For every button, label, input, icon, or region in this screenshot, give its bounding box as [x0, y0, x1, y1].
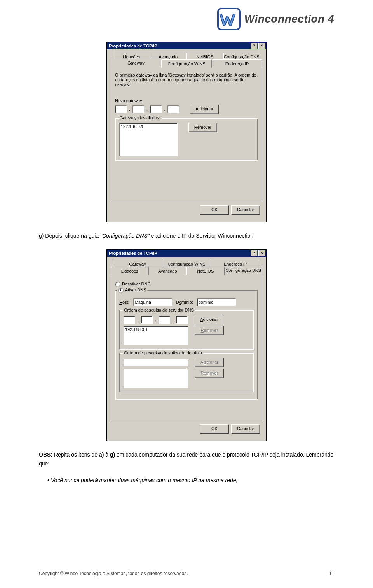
dns-remove-button: Remover	[195, 326, 224, 335]
brand-text: Winconnection 4	[244, 13, 334, 25]
paragraph-obs: OBS: Repita os itens de a) à g) em cada …	[39, 450, 334, 468]
ok-button[interactable]: OK	[200, 205, 229, 215]
host-label: Host:	[119, 300, 129, 304]
ip-octet-1[interactable]	[115, 105, 127, 113]
paragraph-g: g) Depois, clique na guia "Configuração …	[39, 231, 334, 240]
cancel-button[interactable]: Cancelar	[231, 424, 260, 434]
ok-button[interactable]: OK	[200, 424, 229, 434]
bullet-item: Você nunca poderá manter duas máquinas c…	[54, 477, 334, 483]
cancel-button[interactable]: Cancelar	[231, 205, 260, 215]
winconnection-logo-icon	[217, 8, 241, 30]
suffix-add-button: Adicionar	[195, 358, 224, 367]
dialog-tcpip-dns: Propriedades de TCP/IP ? × Gateway Confi…	[106, 249, 267, 441]
tab-config-dns[interactable]: Configuração DNS	[225, 266, 263, 275]
add-button[interactable]: Adicionar	[190, 105, 219, 114]
tab-config-wins[interactable]: Configuração WINS	[161, 60, 212, 68]
title-bar[interactable]: Propriedades de TCP/IP ? ×	[107, 42, 266, 49]
tab-netbios[interactable]: NetBIOS	[186, 267, 225, 275]
list-item[interactable]: 192.168.0.1	[121, 124, 176, 129]
tab-ligacoes[interactable]: Ligações	[111, 267, 149, 275]
novo-gateway-label: Novo gateway:	[115, 98, 258, 103]
radio-enable-dns[interactable]	[118, 288, 124, 293]
dns-order-label: Ordem de pesquisa do servidor DNS	[123, 308, 195, 312]
close-icon[interactable]: ×	[258, 250, 265, 256]
dns-list[interactable]: 192.168.0.1	[124, 326, 188, 345]
dns-add-button[interactable]: Adicionar	[195, 315, 223, 324]
title-text: Propriedades de TCP/IP	[108, 251, 250, 256]
suffix-order-label: Ordem de pesquisa do sufixo de domínio	[123, 350, 203, 355]
ip-octet-2[interactable]	[132, 105, 144, 113]
dialog-tcpip-gateway: Propriedades de TCP/IP ? × Ligações Avan…	[106, 42, 267, 222]
tab-endereco-ip[interactable]: Endereço IP	[212, 60, 262, 68]
title-bar[interactable]: Propriedades de TCP/IP ? ×	[107, 250, 266, 257]
installed-list[interactable]: 192.168.0.1	[119, 123, 178, 156]
close-icon[interactable]: ×	[258, 43, 265, 49]
host-input[interactable]	[133, 298, 172, 306]
page-number: 11	[329, 571, 334, 576]
suffix-list[interactable]	[124, 369, 188, 388]
page-header: Winconnection 4	[39, 0, 334, 42]
title-text: Propriedades de TCP/IP	[108, 44, 250, 48]
tab-gateway[interactable]: Gateway	[111, 59, 161, 68]
radio-disable-dns[interactable]	[115, 282, 120, 287]
ip-octet-4[interactable]	[167, 105, 179, 113]
domain-label: Domínio:	[176, 300, 193, 304]
ip-input-row[interactable]: . . .	[115, 105, 179, 113]
suffix-remove-button: Remover	[195, 369, 224, 378]
page-footer: Copyright © Winco Tecnologia e Sistemas,…	[39, 571, 334, 576]
help-icon[interactable]: ?	[251, 250, 258, 256]
help-icon[interactable]: ?	[251, 43, 258, 49]
domain-input[interactable]	[197, 298, 236, 306]
help-text: O primeiro gateway da lista 'Gateway ins…	[115, 73, 258, 87]
remove-button[interactable]: Remover	[188, 123, 217, 132]
ip-octet-3[interactable]	[150, 105, 162, 113]
installed-label: Gateways instalados:	[119, 116, 162, 120]
suffix-input[interactable]	[124, 359, 188, 366]
tab-avancado[interactable]: Avançado	[149, 267, 187, 275]
